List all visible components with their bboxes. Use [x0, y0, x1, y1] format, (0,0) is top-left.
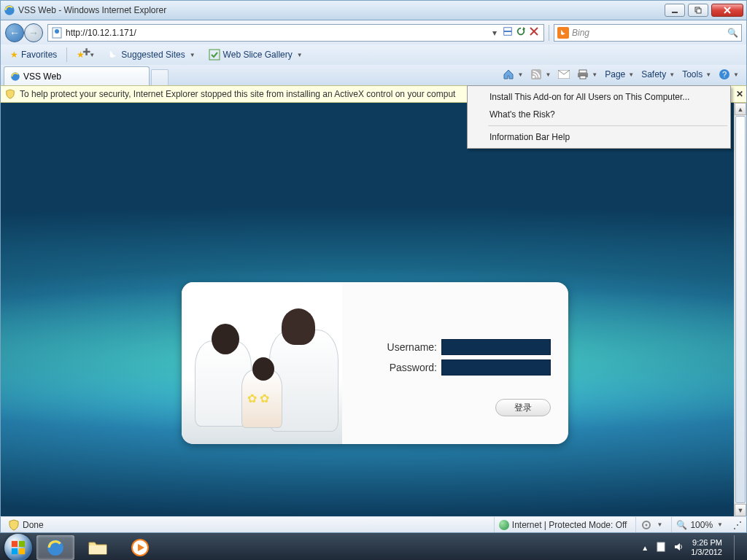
printer-icon [577, 69, 589, 80]
username-input[interactable] [441, 339, 551, 355]
taskbar-mediaplayer-button[interactable] [121, 535, 159, 560]
add-star-icon: ★➕ [77, 50, 85, 60]
address-dropdown[interactable]: ▾ [488, 28, 501, 38]
tray-show-hidden-icon[interactable]: ▲ [641, 544, 649, 552]
new-tab-button[interactable] [151, 69, 169, 85]
svg-point-24 [646, 524, 648, 526]
tools-menu[interactable]: Tools▼ [679, 68, 714, 81]
home-button[interactable]: ▼ [500, 67, 526, 82]
suggested-sites-button[interactable]: Suggested Sites ▼ [103, 47, 200, 62]
suggested-sites-label: Suggested Sites [121, 50, 185, 60]
popup-blocker-button[interactable]: ▼ [635, 517, 667, 532]
security-zone[interactable]: Internet | Protected Mode: Off [494, 517, 632, 532]
svg-rect-25 [12, 541, 18, 547]
scroll-thumb[interactable] [735, 116, 746, 503]
window-title: VSS Web - Windows Internet Explorer [18, 5, 665, 15]
star-icon: ★ [10, 50, 18, 60]
show-desktop-button[interactable] [734, 535, 743, 560]
menu-separator [488, 125, 727, 126]
action-center-icon[interactable] [656, 542, 666, 553]
login-form: Username: Password: 登录 [342, 282, 568, 444]
taskbar-explorer-button[interactable] [79, 535, 117, 560]
back-button[interactable]: ← [5, 23, 24, 42]
add-favorite-button[interactable]: ★➕ ▼ [71, 47, 100, 62]
svg-rect-9 [504, 31, 512, 32]
menu-infobar-help[interactable]: Information Bar Help [469, 128, 729, 146]
bing-icon [108, 50, 118, 60]
illustration-flowers [247, 392, 272, 416]
status-bar: Done Internet | Protected Mode: Off ▼ 🔍 … [0, 516, 747, 533]
svg-rect-15 [531, 69, 541, 79]
help-button[interactable]: ? ▼ [716, 67, 742, 82]
stop-button[interactable] [527, 27, 541, 38]
start-button[interactable] [4, 534, 32, 560]
safety-label: Safety [641, 69, 666, 79]
chevron-down-icon: ▼ [669, 71, 675, 78]
menu-whats-the-risk[interactable]: What's the Risk? [469, 106, 729, 123]
close-button[interactable] [711, 4, 743, 17]
svg-marker-34 [675, 543, 680, 551]
scroll-down-button[interactable]: ▼ [735, 504, 746, 516]
refresh-button[interactable] [514, 26, 527, 39]
svg-rect-28 [19, 548, 25, 554]
feeds-button[interactable]: ▼ [527, 67, 554, 82]
username-label: Username: [387, 341, 437, 353]
svg-rect-13 [209, 50, 220, 60]
home-icon [503, 69, 514, 80]
taskbar: ▲ 9:26 PM 1/3/2012 [0, 533, 747, 560]
minimize-button[interactable] [665, 4, 685, 17]
favorites-button[interactable]: ★ Favorites [5, 47, 62, 62]
taskbar-ie-button[interactable] [36, 535, 74, 560]
forward-button[interactable]: → [24, 23, 43, 42]
compat-view-button[interactable] [501, 26, 514, 39]
search-box[interactable]: Bing 🔍 [554, 24, 742, 42]
zoom-control[interactable]: 🔍 100% ▼ [671, 517, 727, 532]
print-button[interactable]: ▼ [574, 67, 600, 82]
browser-tab[interactable]: VSS Web [4, 66, 150, 85]
vertical-scrollbar[interactable]: ▲ ▼ [734, 103, 746, 516]
search-icon: 🔍 [676, 520, 687, 530]
search-go-button[interactable]: 🔍 [727, 28, 738, 38]
tray-clock[interactable]: 9:26 PM 1/3/2012 [691, 538, 722, 557]
help-icon: ? [719, 69, 730, 80]
favorites-label: Favorites [21, 50, 57, 60]
chevron-down-icon: ▼ [628, 71, 634, 78]
maximize-button[interactable] [688, 4, 708, 17]
windows-logo-icon [10, 540, 26, 556]
address-bar[interactable]: http://10.12.1.171/ ▾ [47, 24, 544, 42]
page-menu[interactable]: Page▼ [602, 68, 637, 81]
globe-icon [499, 520, 509, 530]
svg-rect-20 [580, 76, 586, 79]
svg-rect-30 [89, 545, 107, 554]
folder-icon [88, 540, 107, 556]
zone-text: Internet | Protected Mode: Off [512, 520, 627, 530]
infobar-context-menu: Install This Add-on for All Users on Thi… [467, 85, 731, 149]
menu-install-addon[interactable]: Install This Add-on for All Users on Thi… [469, 88, 729, 106]
tray-time: 9:26 PM [691, 538, 722, 548]
command-bar: ▼ ▼ ▼ Page▼ Safety▼ Tools▼ ? ▼ [500, 67, 742, 82]
safety-menu[interactable]: Safety▼ [638, 68, 678, 81]
login-button[interactable]: 登录 [495, 399, 551, 416]
chevron-down-icon: ▼ [545, 71, 551, 78]
window-titlebar: VSS Web - Windows Internet Explorer [0, 0, 747, 20]
page-viewport: Username: Password: 登录 [1, 103, 734, 516]
page-icon [51, 27, 63, 39]
shield-icon [8, 519, 20, 531]
ie-icon [4, 4, 15, 16]
mail-icon [558, 69, 570, 80]
volume-icon[interactable] [673, 542, 684, 553]
scroll-up-button[interactable]: ▲ [735, 103, 746, 115]
password-input[interactable] [441, 359, 551, 376]
svg-rect-27 [12, 548, 18, 554]
resize-grip[interactable]: ⋰ [732, 520, 743, 530]
address-url: http://10.12.1.171/ [66, 28, 488, 38]
readmail-button[interactable] [555, 67, 573, 82]
infobar-close-button[interactable]: ✕ [736, 89, 743, 99]
svg-rect-3 [697, 9, 701, 13]
chevron-down-icon: ▼ [297, 52, 303, 58]
status-text: Done [23, 520, 44, 530]
web-slice-button[interactable]: Web Slice Gallery ▼ [204, 47, 308, 63]
svg-point-16 [533, 76, 535, 79]
login-image [182, 282, 342, 444]
content-area: Username: Password: 登录 ▲ ▼ [0, 103, 747, 516]
